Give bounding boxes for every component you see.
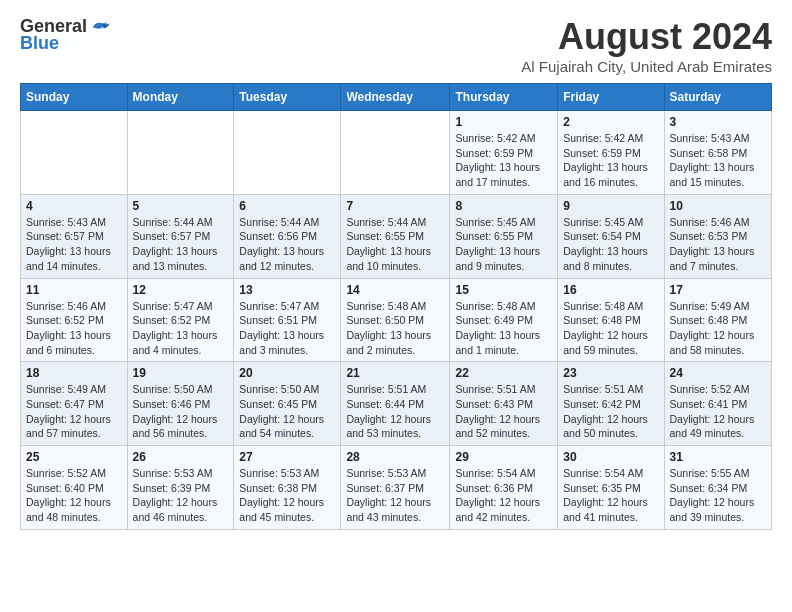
day-number: 30 [563,450,658,464]
calendar-cell: 31Sunrise: 5:55 AM Sunset: 6:34 PM Dayli… [664,446,772,530]
calendar-cell: 5Sunrise: 5:44 AM Sunset: 6:57 PM Daylig… [127,194,234,278]
calendar-cell: 7Sunrise: 5:44 AM Sunset: 6:55 PM Daylig… [341,194,450,278]
day-number: 10 [670,199,767,213]
day-number: 14 [346,283,444,297]
day-detail: Sunrise: 5:51 AM Sunset: 6:42 PM Dayligh… [563,382,658,441]
day-detail: Sunrise: 5:48 AM Sunset: 6:48 PM Dayligh… [563,299,658,358]
day-number: 2 [563,115,658,129]
day-number: 5 [133,199,229,213]
calendar-cell: 20Sunrise: 5:50 AM Sunset: 6:45 PM Dayli… [234,362,341,446]
calendar-cell: 26Sunrise: 5:53 AM Sunset: 6:39 PM Dayli… [127,446,234,530]
day-number: 20 [239,366,335,380]
weekday-header-saturday: Saturday [664,84,772,111]
day-detail: Sunrise: 5:49 AM Sunset: 6:48 PM Dayligh… [670,299,767,358]
calendar-cell: 12Sunrise: 5:47 AM Sunset: 6:52 PM Dayli… [127,278,234,362]
day-detail: Sunrise: 5:45 AM Sunset: 6:54 PM Dayligh… [563,215,658,274]
day-detail: Sunrise: 5:44 AM Sunset: 6:57 PM Dayligh… [133,215,229,274]
calendar-cell [341,111,450,195]
calendar-cell: 17Sunrise: 5:49 AM Sunset: 6:48 PM Dayli… [664,278,772,362]
day-detail: Sunrise: 5:53 AM Sunset: 6:37 PM Dayligh… [346,466,444,525]
calendar-cell: 9Sunrise: 5:45 AM Sunset: 6:54 PM Daylig… [558,194,664,278]
calendar-cell [21,111,128,195]
day-detail: Sunrise: 5:51 AM Sunset: 6:43 PM Dayligh… [455,382,552,441]
calendar-cell: 22Sunrise: 5:51 AM Sunset: 6:43 PM Dayli… [450,362,558,446]
day-detail: Sunrise: 5:52 AM Sunset: 6:41 PM Dayligh… [670,382,767,441]
calendar-cell: 28Sunrise: 5:53 AM Sunset: 6:37 PM Dayli… [341,446,450,530]
day-number: 12 [133,283,229,297]
day-number: 16 [563,283,658,297]
day-detail: Sunrise: 5:50 AM Sunset: 6:46 PM Dayligh… [133,382,229,441]
day-detail: Sunrise: 5:49 AM Sunset: 6:47 PM Dayligh… [26,382,122,441]
calendar-cell: 15Sunrise: 5:48 AM Sunset: 6:49 PM Dayli… [450,278,558,362]
day-detail: Sunrise: 5:55 AM Sunset: 6:34 PM Dayligh… [670,466,767,525]
weekday-header-wednesday: Wednesday [341,84,450,111]
weekday-header-monday: Monday [127,84,234,111]
day-number: 31 [670,450,767,464]
calendar-week-row: 11Sunrise: 5:46 AM Sunset: 6:52 PM Dayli… [21,278,772,362]
calendar-subtitle: Al Fujairah City, United Arab Emirates [521,58,772,75]
day-number: 11 [26,283,122,297]
day-detail: Sunrise: 5:44 AM Sunset: 6:56 PM Dayligh… [239,215,335,274]
day-detail: Sunrise: 5:44 AM Sunset: 6:55 PM Dayligh… [346,215,444,274]
day-detail: Sunrise: 5:43 AM Sunset: 6:58 PM Dayligh… [670,131,767,190]
logo-blue: Blue [20,33,59,54]
day-detail: Sunrise: 5:46 AM Sunset: 6:53 PM Dayligh… [670,215,767,274]
calendar-cell: 24Sunrise: 5:52 AM Sunset: 6:41 PM Dayli… [664,362,772,446]
calendar-week-row: 25Sunrise: 5:52 AM Sunset: 6:40 PM Dayli… [21,446,772,530]
calendar-cell: 11Sunrise: 5:46 AM Sunset: 6:52 PM Dayli… [21,278,128,362]
calendar-week-row: 4Sunrise: 5:43 AM Sunset: 6:57 PM Daylig… [21,194,772,278]
day-number: 24 [670,366,767,380]
logo-bird-icon [89,19,111,35]
calendar-cell: 25Sunrise: 5:52 AM Sunset: 6:40 PM Dayli… [21,446,128,530]
day-number: 25 [26,450,122,464]
day-detail: Sunrise: 5:43 AM Sunset: 6:57 PM Dayligh… [26,215,122,274]
calendar-cell [127,111,234,195]
day-detail: Sunrise: 5:54 AM Sunset: 6:36 PM Dayligh… [455,466,552,525]
calendar-week-row: 18Sunrise: 5:49 AM Sunset: 6:47 PM Dayli… [21,362,772,446]
day-detail: Sunrise: 5:50 AM Sunset: 6:45 PM Dayligh… [239,382,335,441]
title-section: August 2024 Al Fujairah City, United Ara… [521,16,772,75]
weekday-header-thursday: Thursday [450,84,558,111]
calendar-cell: 23Sunrise: 5:51 AM Sunset: 6:42 PM Dayli… [558,362,664,446]
calendar-title: August 2024 [521,16,772,58]
calendar-cell: 6Sunrise: 5:44 AM Sunset: 6:56 PM Daylig… [234,194,341,278]
calendar-cell: 14Sunrise: 5:48 AM Sunset: 6:50 PM Dayli… [341,278,450,362]
day-detail: Sunrise: 5:53 AM Sunset: 6:39 PM Dayligh… [133,466,229,525]
day-number: 9 [563,199,658,213]
day-number: 27 [239,450,335,464]
day-number: 8 [455,199,552,213]
day-detail: Sunrise: 5:48 AM Sunset: 6:49 PM Dayligh… [455,299,552,358]
calendar-cell: 29Sunrise: 5:54 AM Sunset: 6:36 PM Dayli… [450,446,558,530]
day-detail: Sunrise: 5:42 AM Sunset: 6:59 PM Dayligh… [455,131,552,190]
day-detail: Sunrise: 5:47 AM Sunset: 6:52 PM Dayligh… [133,299,229,358]
calendar-body: 1Sunrise: 5:42 AM Sunset: 6:59 PM Daylig… [21,111,772,530]
calendar-cell: 16Sunrise: 5:48 AM Sunset: 6:48 PM Dayli… [558,278,664,362]
calendar-table: SundayMondayTuesdayWednesdayThursdayFrid… [20,83,772,530]
day-number: 18 [26,366,122,380]
day-number: 6 [239,199,335,213]
weekday-header-friday: Friday [558,84,664,111]
calendar-cell: 19Sunrise: 5:50 AM Sunset: 6:46 PM Dayli… [127,362,234,446]
calendar-cell: 1Sunrise: 5:42 AM Sunset: 6:59 PM Daylig… [450,111,558,195]
day-number: 26 [133,450,229,464]
day-number: 15 [455,283,552,297]
day-number: 17 [670,283,767,297]
page-header: General Blue August 2024 Al Fujairah Cit… [20,16,772,75]
calendar-cell: 8Sunrise: 5:45 AM Sunset: 6:55 PM Daylig… [450,194,558,278]
weekday-header-row: SundayMondayTuesdayWednesdayThursdayFrid… [21,84,772,111]
day-detail: Sunrise: 5:45 AM Sunset: 6:55 PM Dayligh… [455,215,552,274]
day-detail: Sunrise: 5:48 AM Sunset: 6:50 PM Dayligh… [346,299,444,358]
day-number: 13 [239,283,335,297]
day-number: 21 [346,366,444,380]
calendar-cell: 30Sunrise: 5:54 AM Sunset: 6:35 PM Dayli… [558,446,664,530]
calendar-cell: 3Sunrise: 5:43 AM Sunset: 6:58 PM Daylig… [664,111,772,195]
calendar-cell: 2Sunrise: 5:42 AM Sunset: 6:59 PM Daylig… [558,111,664,195]
calendar-cell [234,111,341,195]
day-number: 23 [563,366,658,380]
day-detail: Sunrise: 5:54 AM Sunset: 6:35 PM Dayligh… [563,466,658,525]
calendar-cell: 10Sunrise: 5:46 AM Sunset: 6:53 PM Dayli… [664,194,772,278]
day-number: 22 [455,366,552,380]
calendar-cell: 18Sunrise: 5:49 AM Sunset: 6:47 PM Dayli… [21,362,128,446]
logo: General Blue [20,16,111,54]
day-detail: Sunrise: 5:52 AM Sunset: 6:40 PM Dayligh… [26,466,122,525]
